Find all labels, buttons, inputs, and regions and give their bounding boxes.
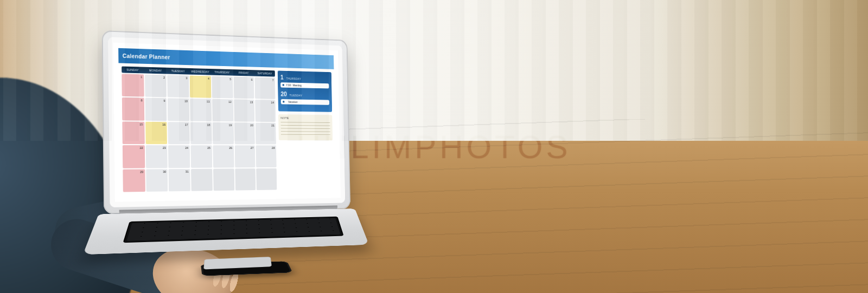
calendar-cell[interactable]: 13 xyxy=(234,100,254,122)
agenda-event[interactable]: Vacation xyxy=(281,99,329,105)
event-time: 7:30 xyxy=(286,83,291,87)
note-rule xyxy=(281,125,330,126)
calendar-cell[interactable]: 22 xyxy=(123,145,145,168)
note-heading: NOTE xyxy=(280,116,330,120)
calendar-cell[interactable]: 24 xyxy=(168,145,190,167)
calendar-cell[interactable]: 4 xyxy=(190,76,211,99)
photo-scene: Calendar Planner SUNDAY MONDAY TUESDAY W… xyxy=(0,0,868,293)
laptop: Calendar Planner SUNDAY MONDAY TUESDAY W… xyxy=(102,30,352,269)
bullet-icon xyxy=(283,101,284,103)
calendar-cell[interactable]: 18 xyxy=(190,122,212,144)
laptop-screen: Calendar Planner SUNDAY MONDAY TUESDAY W… xyxy=(118,48,336,197)
calendar-cell[interactable]: 26 xyxy=(213,145,234,167)
app-header: Calendar Planner xyxy=(118,48,334,69)
laptop-lid: Calendar Planner SUNDAY MONDAY TUESDAY W… xyxy=(102,30,350,214)
calendar-cell[interactable]: 20 xyxy=(234,122,255,145)
calendar-cell[interactable]: 21 xyxy=(256,122,276,144)
agenda-event[interactable]: 7:30 Meeting xyxy=(280,82,329,88)
weekday-header: MONDAY xyxy=(145,69,167,73)
note-rule xyxy=(281,128,330,129)
agenda-day[interactable]: 1 THURSDAY 7:30 Meeting xyxy=(280,74,329,88)
calendar-cell xyxy=(213,168,234,191)
calendar-cell[interactable]: 28 xyxy=(256,146,277,167)
calendar-cell[interactable]: 31 xyxy=(169,169,190,192)
calendar-cell[interactable]: 19 xyxy=(213,122,234,145)
calendar-cell[interactable]: 11 xyxy=(190,99,211,121)
calendar-cell[interactable]: 3 xyxy=(168,75,189,97)
calendar-cell[interactable]: 6 xyxy=(233,77,254,99)
event-label: Meeting xyxy=(292,84,301,87)
calendar-cell[interactable]: 25 xyxy=(191,145,212,167)
calendar-cell[interactable]: 10 xyxy=(168,99,189,121)
calendar-cell[interactable]: 14 xyxy=(255,100,276,121)
agenda-weekday: TUESDAY xyxy=(290,94,303,97)
agenda-date-number: 1 xyxy=(280,74,284,81)
agenda-date-number: 20 xyxy=(280,90,286,97)
calendar-cell[interactable]: 9 xyxy=(145,98,167,121)
calendar-cell[interactable]: 5 xyxy=(212,76,233,99)
calendar-grid: 1234567891011121314151617181920212223242… xyxy=(122,74,277,192)
agenda-weekday: THURSDAY xyxy=(286,77,302,80)
note-rule xyxy=(281,122,330,123)
weekday-header: WEDNESDAY xyxy=(190,70,211,74)
weekday-header: THURSDAY xyxy=(212,70,232,74)
calendar-cell xyxy=(235,168,256,191)
note-rule xyxy=(281,134,330,135)
laptop-bezel: Calendar Planner SUNDAY MONDAY TUESDAY W… xyxy=(108,37,345,207)
app-title: Calendar Planner xyxy=(123,53,170,60)
event-label: Vacation xyxy=(288,100,298,103)
calendar-planner-app: Calendar Planner SUNDAY MONDAY TUESDAY W… xyxy=(118,48,336,197)
calendar-cell[interactable]: 12 xyxy=(212,99,233,121)
agenda-panel: 1 THURSDAY 7:30 Meeting xyxy=(278,70,332,112)
app-body: SUNDAY MONDAY TUESDAY WEDNESDAY THURSDAY… xyxy=(118,63,336,196)
calendar-cell[interactable]: 23 xyxy=(145,145,168,168)
calendar-cell[interactable]: 1 xyxy=(122,74,144,97)
calendar-cell[interactable]: 15 xyxy=(122,121,144,144)
weekday-header: FRIDAY xyxy=(233,71,254,75)
bullet-icon xyxy=(283,84,284,86)
weekday-header: SATURDAY xyxy=(255,71,275,75)
calendar-cell[interactable]: 8 xyxy=(122,97,144,120)
weekday-header: SUNDAY xyxy=(122,68,144,71)
calendar-cell xyxy=(191,168,213,191)
note-rule xyxy=(281,131,330,132)
calendar-cell[interactable]: 27 xyxy=(234,145,255,167)
calendar-cell[interactable]: 16 xyxy=(145,122,168,145)
calendar-cell[interactable]: 17 xyxy=(168,122,190,144)
calendar-cell[interactable]: 7 xyxy=(255,77,276,100)
calendar-cell[interactable]: 30 xyxy=(146,169,168,192)
agenda-day[interactable]: 20 TUESDAY Vacation xyxy=(280,90,329,105)
calendar-cell[interactable]: 2 xyxy=(145,74,167,97)
sidebar: 1 THURSDAY 7:30 Meeting xyxy=(278,70,334,190)
calendar-pane: SUNDAY MONDAY TUESDAY WEDNESDAY THURSDAY… xyxy=(122,67,277,192)
note-card[interactable]: NOTE xyxy=(278,114,333,140)
weekday-header-row: SUNDAY MONDAY TUESDAY WEDNESDAY THURSDAY… xyxy=(122,67,275,77)
calendar-cell[interactable]: 29 xyxy=(123,169,145,192)
calendar-cell xyxy=(256,168,277,190)
weekday-header: TUESDAY xyxy=(167,69,188,73)
